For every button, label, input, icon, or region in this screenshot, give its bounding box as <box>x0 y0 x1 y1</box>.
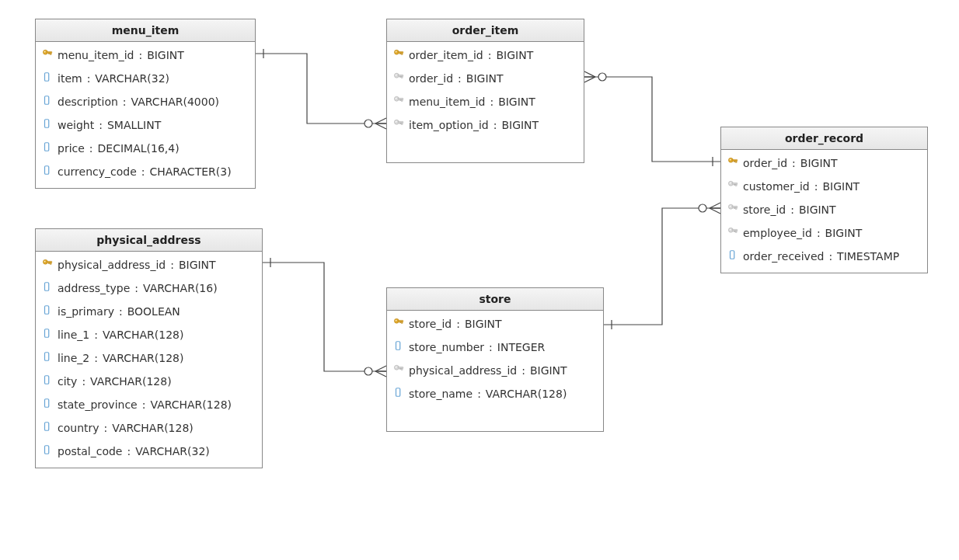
column-row[interactable]: address_type: VARCHAR(16) <box>36 277 262 300</box>
column-icon <box>42 328 53 342</box>
svg-rect-80 <box>45 376 49 384</box>
column-name: address_type <box>58 281 130 295</box>
entity-menu_item[interactable]: menu_itemmenu_item_id: BIGINTitem: VARCH… <box>35 19 256 189</box>
svg-line-8 <box>584 77 595 82</box>
column-type: BIGINT <box>496 48 533 62</box>
connector-menu_item-to-order_item <box>256 54 386 123</box>
svg-rect-93 <box>399 368 400 370</box>
column-row[interactable]: employee_id: BIGINT <box>721 221 927 245</box>
entity-header[interactable]: order_record <box>721 127 927 150</box>
svg-rect-73 <box>51 263 51 264</box>
entity-order_item[interactable]: order_itemorder_item_id: BIGINTorder_id:… <box>386 19 584 163</box>
column-row[interactable]: is_primary: BOOLEAN <box>36 300 262 323</box>
column-row[interactable]: line_1: VARCHAR(128) <box>36 323 262 346</box>
svg-point-24 <box>44 51 46 53</box>
column-icon <box>393 340 404 354</box>
column-row[interactable]: price: DECIMAL(16,4) <box>36 137 255 160</box>
column-icon <box>42 141 53 155</box>
column-name: item <box>58 71 82 85</box>
column-icon <box>42 118 53 132</box>
svg-rect-67 <box>736 231 737 232</box>
column-row[interactable]: menu_item_id: BIGINT <box>387 90 584 113</box>
column-row[interactable]: postal_code: VARCHAR(32) <box>36 440 262 463</box>
column-row[interactable]: country: VARCHAR(128) <box>36 416 262 440</box>
column-row[interactable]: order_item_id: BIGINT <box>387 43 584 67</box>
column-name: currency_code <box>58 165 137 179</box>
column-type: BIGINT <box>498 95 535 109</box>
column-name: is_primary <box>58 304 114 318</box>
column-row[interactable]: line_2: VARCHAR(128) <box>36 346 262 370</box>
entity-columns: physical_address_id: BIGINTaddress_type:… <box>36 252 262 468</box>
column-row[interactable]: menu_item_id: BIGINT <box>36 43 255 67</box>
svg-rect-79 <box>45 353 49 361</box>
column-row[interactable]: state_province: VARCHAR(128) <box>36 393 262 416</box>
svg-rect-58 <box>734 184 734 186</box>
entity-physical_address[interactable]: physical_addressphysical_address_id: BIG… <box>35 228 263 468</box>
column-type: BIGINT <box>147 48 184 62</box>
column-type: TIMESTAMP <box>837 249 899 263</box>
column-name: order_id <box>409 71 453 85</box>
column-row[interactable]: description: VARCHAR(4000) <box>36 90 255 113</box>
column-type: VARCHAR(128) <box>486 387 567 401</box>
column-type: VARCHAR(128) <box>103 351 184 365</box>
column-type: SMALLINT <box>107 118 161 132</box>
svg-rect-81 <box>45 399 49 408</box>
svg-rect-33 <box>399 53 400 54</box>
svg-rect-82 <box>45 423 49 431</box>
svg-point-54 <box>730 159 731 161</box>
column-type: VARCHAR(32) <box>135 444 210 458</box>
column-name: store_id <box>409 317 452 331</box>
column-type: BIGINT <box>822 179 860 193</box>
svg-point-19 <box>699 204 706 212</box>
column-type: BIGINT <box>825 226 863 240</box>
column-type: VARCHAR(128) <box>112 421 194 435</box>
column-icon <box>42 71 53 85</box>
column-row[interactable]: physical_address_id: BIGINT <box>387 359 603 382</box>
column-row[interactable]: weight: SMALLINT <box>36 113 255 137</box>
svg-point-34 <box>396 51 397 53</box>
svg-rect-95 <box>396 388 400 397</box>
column-type: VARCHAR(128) <box>103 328 184 342</box>
foreign-key-icon <box>393 118 404 132</box>
entity-order_record[interactable]: order_recordorder_id: BIGINTcustomer_id:… <box>720 127 928 273</box>
column-name: description <box>58 95 118 109</box>
column-icon <box>42 398 53 412</box>
foreign-key-icon <box>727 226 738 240</box>
svg-rect-74 <box>48 263 49 264</box>
svg-rect-68 <box>734 231 734 232</box>
column-row[interactable]: item: VARCHAR(32) <box>36 67 255 90</box>
column-row[interactable]: currency_code: CHARACTER(3) <box>36 160 255 183</box>
svg-line-13 <box>375 371 386 377</box>
column-type: DECIMAL(16,4) <box>98 141 180 155</box>
column-row[interactable]: store_number: INTEGER <box>387 336 603 359</box>
column-row[interactable]: order_id: BIGINT <box>387 67 584 90</box>
column-row[interactable]: store_id: BIGINT <box>387 312 603 336</box>
entity-header[interactable]: physical_address <box>36 229 262 252</box>
column-row[interactable]: order_received: TIMESTAMP <box>721 245 927 268</box>
column-row[interactable]: store_id: BIGINT <box>721 198 927 221</box>
entity-columns: menu_item_id: BIGINTitem: VARCHAR(32)des… <box>36 42 255 188</box>
column-icon <box>42 444 53 458</box>
column-row[interactable]: city: VARCHAR(128) <box>36 370 262 393</box>
entity-header[interactable]: store <box>387 288 603 311</box>
svg-point-75 <box>44 261 46 263</box>
entity-store[interactable]: storestore_id: BIGINTstore_number: INTEG… <box>386 287 604 432</box>
svg-rect-76 <box>45 283 49 291</box>
column-row[interactable]: customer_id: BIGINT <box>721 175 927 198</box>
svg-rect-87 <box>399 322 400 323</box>
svg-rect-70 <box>731 251 734 259</box>
foreign-key-icon <box>727 203 738 217</box>
column-name: order_received <box>743 249 824 263</box>
svg-rect-52 <box>736 161 737 162</box>
column-icon <box>42 165 53 179</box>
column-row[interactable]: store_name: VARCHAR(128) <box>387 382 603 405</box>
column-row[interactable]: item_option_id: BIGINT <box>387 113 584 137</box>
entity-header[interactable]: order_item <box>387 19 584 42</box>
svg-rect-47 <box>402 123 403 124</box>
column-name: line_1 <box>58 328 89 342</box>
entity-header[interactable]: menu_item <box>36 19 255 42</box>
column-row[interactable]: physical_address_id: BIGINT <box>36 253 262 277</box>
svg-rect-37 <box>402 76 403 78</box>
column-row[interactable]: order_id: BIGINT <box>721 151 927 175</box>
column-name: weight <box>58 118 94 132</box>
